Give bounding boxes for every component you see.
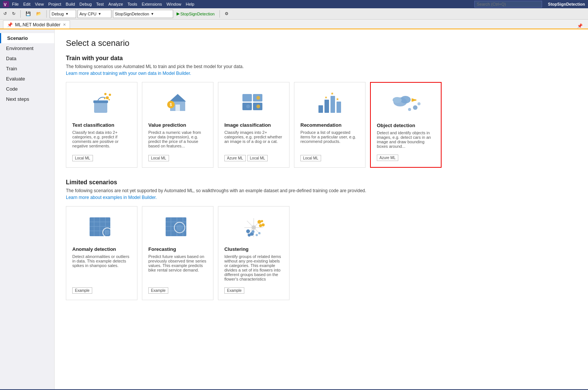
- menu-file[interactable]: File: [12, 2, 19, 6]
- menu-extensions[interactable]: Extensions: [142, 2, 162, 6]
- card-anomaly-detection-badges: Example: [72, 284, 131, 294]
- card-forecasting-desc: Predict future values based on previousl…: [148, 254, 207, 281]
- debug-config-dropdown[interactable]: Debug ▼: [50, 10, 76, 18]
- card-clustering[interactable]: Clustering Identify groups of related it…: [218, 206, 289, 300]
- mlnet-tab[interactable]: 📌 ML.NET Model Builder ✕: [3, 20, 70, 29]
- toolbar-redo-btn[interactable]: ↻: [10, 10, 17, 18]
- menu-project[interactable]: Project: [48, 2, 61, 6]
- train-section-title: Train with your data: [66, 55, 577, 62]
- tab-bar-pin[interactable]: 📌: [577, 23, 585, 29]
- card-recommendation-desc: Produce a list of suggested items for a …: [300, 130, 359, 149]
- menu-tools[interactable]: Tools: [128, 2, 137, 6]
- card-image-classification-img: [224, 88, 283, 118]
- menu-edit[interactable]: Edit: [23, 2, 30, 6]
- startup-dropdown[interactable]: StopSignDetection ▼: [113, 10, 173, 18]
- card-object-detection-img: [377, 89, 435, 119]
- card-forecasting-badges: Example: [148, 284, 207, 294]
- sidebar-item-code[interactable]: Code: [0, 84, 54, 94]
- card-text-classification-badge-0: Local ML: [72, 155, 93, 161]
- card-recommendation-badges: Local ML: [300, 152, 359, 161]
- menu-window[interactable]: Window: [166, 2, 181, 6]
- card-clustering-badges: Example: [224, 284, 283, 294]
- svg-point-6: [104, 93, 107, 95]
- card-text-classification-img: [72, 88, 131, 118]
- card-object-detection[interactable]: Object detection Detect and identify obj…: [370, 82, 442, 168]
- card-value-prediction[interactable]: $ Value prediction Predict a numeric val…: [142, 82, 213, 168]
- card-object-detection-badges: Azure ML: [377, 152, 435, 161]
- svg-point-63: [261, 220, 263, 222]
- svg-text:★: ★: [336, 97, 339, 101]
- svg-point-64: [246, 229, 250, 233]
- menu-bar: File Edit View Project Build Debug Test …: [12, 2, 194, 6]
- svg-rect-24: [337, 102, 341, 113]
- menu-view[interactable]: View: [35, 2, 44, 6]
- svg-point-54: [177, 225, 183, 231]
- menu-analyze[interactable]: Analyze: [108, 2, 123, 6]
- card-anomaly-detection-desc: Detect abnormalities or outliers in data…: [72, 254, 131, 281]
- svg-point-60: [257, 220, 261, 224]
- svg-point-68: [258, 232, 260, 234]
- search-input[interactable]: [474, 1, 542, 8]
- svg-text:$: $: [170, 103, 172, 107]
- train-section-link[interactable]: Learn more about training with your own …: [66, 71, 577, 76]
- limited-section-link[interactable]: Learn more about examples in Model Build…: [66, 195, 577, 200]
- card-image-classification[interactable]: Image classification Classify images int…: [218, 82, 289, 168]
- card-image-classification-badge-0: Azure ML: [224, 155, 246, 161]
- menu-test[interactable]: Test: [96, 2, 104, 6]
- card-forecasting[interactable]: Forecasting Predict future values based …: [142, 206, 213, 300]
- svg-marker-10: [169, 94, 186, 102]
- card-anomaly-detection-img: [72, 212, 131, 243]
- svg-point-19: [256, 105, 260, 108]
- toolbar-extra-btn[interactable]: ⚙: [223, 10, 230, 18]
- train-section-desc: The following scenarios use Automated ML…: [66, 64, 577, 69]
- toolbar-open-btn[interactable]: 📂: [34, 10, 43, 18]
- card-recommendation-img: ★ ★ ★: [300, 88, 359, 118]
- toolbar-save-btn[interactable]: 💾: [24, 10, 33, 18]
- main-layout: Scenario Environment Data Train Evaluate…: [0, 29, 588, 389]
- sidebar-item-next-steps[interactable]: Next steps: [0, 94, 54, 104]
- toolbar-sep-3: [219, 10, 220, 18]
- card-forecasting-title: Forecasting: [148, 246, 207, 252]
- svg-line-44: [110, 235, 114, 238]
- sidebar-item-train[interactable]: Train: [0, 64, 54, 74]
- svg-rect-32: [411, 99, 416, 101]
- platform-dropdown[interactable]: Any CPU ▼: [78, 10, 111, 18]
- svg-rect-23: [331, 96, 335, 113]
- svg-point-61: [262, 223, 265, 226]
- svg-point-66: [248, 234, 251, 237]
- menu-debug[interactable]: Debug: [79, 2, 91, 6]
- card-clustering-desc: Identify groups of related items without…: [224, 254, 283, 281]
- svg-point-62: [259, 224, 262, 227]
- svg-point-4: [106, 96, 109, 99]
- card-value-prediction-desc: Predict a numeric value from your data (…: [148, 130, 207, 149]
- run-btn[interactable]: ▶ StopSignDetection: [175, 10, 216, 18]
- svg-text:★: ★: [331, 91, 334, 96]
- sidebar-item-scenario[interactable]: Scenario: [0, 33, 54, 43]
- card-text-classification-badges: Local ML: [72, 152, 131, 161]
- svg-text:V: V: [4, 2, 7, 7]
- svg-point-34: [408, 108, 411, 111]
- svg-rect-3: [93, 100, 108, 103]
- toolbar-sep-2: [46, 10, 47, 18]
- limited-section-desc: The following scenarios are not yet supp…: [66, 188, 577, 193]
- card-value-prediction-badges: Local ML: [148, 152, 207, 161]
- sidebar-item-evaluate[interactable]: Evaluate: [0, 74, 54, 84]
- toolbar-undo-btn[interactable]: ↺: [2, 10, 9, 18]
- title-bar: V File Edit View Project Build Debug Tes…: [0, 0, 588, 8]
- card-recommendation[interactable]: ★ ★ ★ Recommendation Produce a list of s…: [294, 82, 366, 168]
- card-object-detection-title: Object detection: [377, 123, 435, 128]
- svg-rect-21: [318, 105, 323, 113]
- svg-point-7: [104, 98, 105, 99]
- card-value-prediction-title: Value prediction: [148, 122, 207, 128]
- tab-close-icon[interactable]: ✕: [63, 23, 66, 27]
- sidebar-item-data[interactable]: Data: [0, 53, 54, 64]
- svg-point-35: [417, 102, 420, 105]
- card-image-classification-badges: Azure ML Local ML: [224, 152, 283, 161]
- sidebar-item-environment[interactable]: Environment: [0, 43, 54, 53]
- menu-build[interactable]: Build: [66, 2, 75, 6]
- menu-help[interactable]: Help: [186, 2, 194, 6]
- limited-cards-grid: Anomaly detection Detect abnormalities o…: [66, 206, 577, 300]
- card-text-classification[interactable]: Text classification Classify text data i…: [66, 82, 137, 168]
- card-image-classification-badge-1: Local ML: [247, 155, 268, 161]
- card-anomaly-detection[interactable]: Anomaly detection Detect abnormalities o…: [66, 206, 137, 300]
